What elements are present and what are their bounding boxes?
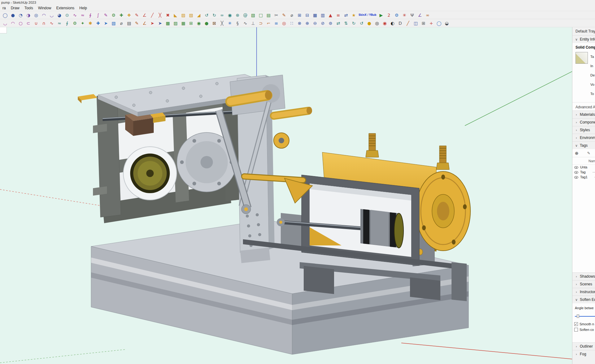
grid-plus-tool[interactable]: ⊞	[296, 11, 303, 19]
swap-tool[interactable]: ⇄	[342, 11, 350, 19]
green-box-c-tool[interactable]: ▦	[179, 20, 187, 27]
tray-section-header[interactable]: › Fog	[572, 350, 595, 358]
diameter-tool[interactable]: ⌀	[288, 11, 296, 19]
tray-section-header[interactable]: › Compone	[572, 118, 595, 126]
menu-item[interactable]: Help	[77, 5, 90, 11]
trident-tool[interactable]: Ψ	[408, 11, 416, 19]
intersect-op-tool[interactable]: ⊗	[296, 20, 303, 27]
blue-cube-tool[interactable]: ▧	[110, 20, 117, 27]
slope-tool[interactable]: ╱	[148, 11, 156, 19]
arc-down-tool[interactable]: ◡	[48, 11, 55, 19]
closed-curve-tool[interactable]: ∮	[86, 11, 94, 19]
chain-tool[interactable]: ∞	[424, 11, 432, 19]
spray-tool[interactable]: ✳	[226, 20, 234, 27]
spring-tool[interactable]: ∿	[241, 20, 249, 27]
red-list-tool[interactable]: ≡	[334, 11, 342, 19]
delete-mark-tool[interactable]: ✖	[164, 11, 172, 19]
black-ring-tool[interactable]: ◎	[373, 20, 381, 27]
blue-dart-tool[interactable]: ➤	[156, 20, 164, 27]
stack-tool[interactable]: ▤	[125, 20, 133, 27]
union-op-tool[interactable]: ⊕	[303, 20, 311, 27]
menu-item[interactable]: ra	[0, 5, 8, 11]
menu-item[interactable]: Extensions	[54, 5, 77, 11]
wave-tool[interactable]: ≈	[79, 11, 86, 19]
open-circle-tool[interactable]: ○	[17, 20, 24, 27]
rotate-ccw-tool[interactable]: ↺	[358, 20, 365, 27]
pin-flag-tool[interactable]: ➤	[102, 20, 110, 27]
menu-item[interactable]: Tools	[22, 5, 36, 11]
shell-op-tool[interactable]: ⊚	[327, 20, 334, 27]
dot-grid-tool[interactable]: ∷	[288, 20, 296, 27]
orbit-cw-tool[interactable]: ↻	[210, 11, 218, 19]
green-box-a-tool[interactable]: ▩	[164, 20, 172, 27]
half-disc-tool[interactable]: ◑	[24, 11, 32, 19]
textured-cube-tool[interactable]: ▧	[249, 11, 257, 19]
arc-up-tool[interactable]: ◠	[40, 11, 48, 19]
ring-tool[interactable]: ◎	[32, 11, 40, 19]
panel-grid-tool[interactable]: ▥	[319, 11, 327, 19]
burst-tool[interactable]: ⊛	[234, 11, 241, 19]
cup-shape-tool[interactable]: ∪	[32, 20, 40, 27]
tag-row[interactable]: Unta	[572, 165, 595, 170]
clamp-tool[interactable]: ⊃	[257, 20, 265, 27]
cut-x-tool[interactable]: ╳	[218, 20, 226, 27]
tag-row[interactable]: Tag — —	[572, 170, 595, 175]
viewport-canvas[interactable]	[0, 27, 572, 364]
blue-gear-tool[interactable]: ⚙	[393, 11, 401, 19]
star-tool[interactable]: ★	[350, 11, 358, 19]
slab-tool[interactable]: ▤	[265, 11, 272, 19]
fan-right-tool[interactable]: ◢	[195, 11, 203, 19]
grid-minus-tool[interactable]: ⊟	[303, 11, 311, 19]
pie-tool[interactable]: ◕	[55, 11, 63, 19]
rotate-cw-tool[interactable]: ↻	[350, 20, 358, 27]
visibility-eye-icon[interactable]	[574, 170, 578, 174]
menu-item[interactable]: Draw	[8, 5, 22, 11]
n-curve-tool[interactable]: ◠	[9, 20, 17, 27]
gear-tool[interactable]: ⚙	[110, 11, 117, 19]
level-tool[interactable]: ≡	[272, 20, 280, 27]
page-grid-tool[interactable]: ⊞	[420, 20, 427, 27]
letter-d-tool[interactable]: D	[396, 20, 404, 27]
s-wave-tool[interactable]: ∿	[48, 20, 55, 27]
edit-curve-tool[interactable]: ✎	[102, 11, 110, 19]
ornament-tool[interactable]: ❖	[125, 11, 133, 19]
perpendicular-tool[interactable]: ⊥	[249, 20, 257, 27]
flip-vertical-tool[interactable]: ⇅	[342, 20, 350, 27]
green-sphere-tool[interactable]: ●	[203, 20, 210, 27]
skinx-ybub-label[interactable]: SkinX / YBub	[358, 11, 377, 19]
measure-bar-tool[interactable]: ⌀	[117, 20, 125, 27]
axis-circle-tool[interactable]: ⊙	[63, 11, 71, 19]
angle-tool[interactable]: ∠	[141, 11, 148, 19]
green-cube-tool[interactable]: ⊞	[187, 20, 195, 27]
spiral-tool[interactable]: @	[241, 11, 249, 19]
slider-handle[interactable]	[577, 314, 579, 318]
outline-box-tool[interactable]: □	[257, 11, 265, 19]
tray-section-header[interactable]: › Styles	[572, 126, 595, 134]
subset-curve-tool[interactable]: ⊂	[24, 20, 32, 27]
menu-item[interactable]: Window	[36, 5, 54, 11]
tag-row[interactable]: Tag1 — —	[572, 175, 595, 180]
filled-circle-tool[interactable]: ●	[9, 11, 17, 19]
world-tool[interactable]: ◯	[435, 20, 443, 27]
contour-loop-tool[interactable]: ∮	[63, 20, 71, 27]
tray-section-header[interactable]: › Environme	[572, 134, 595, 141]
trim-op-tool[interactable]: ⊘	[319, 20, 327, 27]
crosshatch-tool[interactable]: ▧	[187, 11, 195, 19]
bolt-section-tool[interactable]: §	[234, 20, 241, 27]
visibility-eye-icon[interactable]	[574, 165, 578, 169]
two-badge-tool[interactable]: 2	[385, 11, 393, 19]
yellow-disc-tool[interactable]: ●	[365, 20, 373, 27]
section-soften-edges[interactable]: ∨ Soften Ed	[572, 296, 595, 303]
red-asterisk-tool[interactable]: ✳	[401, 11, 408, 19]
scissors-tool[interactable]: ✂	[272, 11, 280, 19]
hatch-tool[interactable]: ▨	[179, 11, 187, 19]
marker-tool[interactable]: ✎	[280, 11, 288, 19]
half-moon-tool[interactable]: ◐	[389, 20, 396, 27]
red-pencil-tool[interactable]: ✎	[133, 11, 141, 19]
paint-add-tool[interactable]: ✚	[94, 20, 102, 27]
ruler-angle-tool[interactable]: ∠	[141, 20, 148, 27]
dense-grid-tool[interactable]: ▦	[311, 11, 319, 19]
tray-section-header[interactable]: › Materials	[572, 110, 595, 118]
purple-angle-tool[interactable]: ∠	[416, 11, 424, 19]
edit-tag-button[interactable]: ✎	[587, 151, 590, 155]
